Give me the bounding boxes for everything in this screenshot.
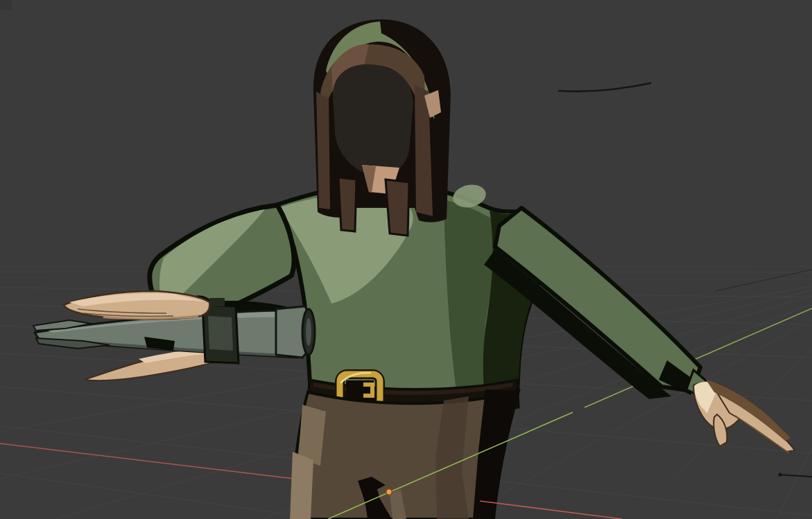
x-axis-line-near [480, 501, 622, 519]
stray-stroke-faint [716, 270, 812, 291]
pants-highlight-lower-left [290, 452, 313, 519]
head[interactable] [313, 19, 451, 236]
front-strand-left [338, 177, 356, 231]
viewport-canvas[interactable] [0, 0, 812, 519]
front-strand-right [386, 179, 409, 236]
stock-rear-core [306, 318, 311, 346]
3d-viewport[interactable] [0, 0, 812, 519]
grid-line [0, 473, 320, 519]
buckle-tab-notch [363, 387, 370, 394]
right-hand [693, 380, 795, 453]
grid-line [777, 448, 812, 519]
bracket-knob [209, 298, 225, 306]
object-origin-dot[interactable] [386, 489, 392, 495]
stray-stroke-bottom-right [779, 475, 812, 477]
stray-stroke-top-right [559, 83, 650, 91]
stray-stroke-dot [778, 473, 781, 476]
character-model[interactable] [33, 19, 795, 519]
bracket-inner [208, 316, 233, 351]
viewport-corner-artifact [0, 0, 12, 10]
